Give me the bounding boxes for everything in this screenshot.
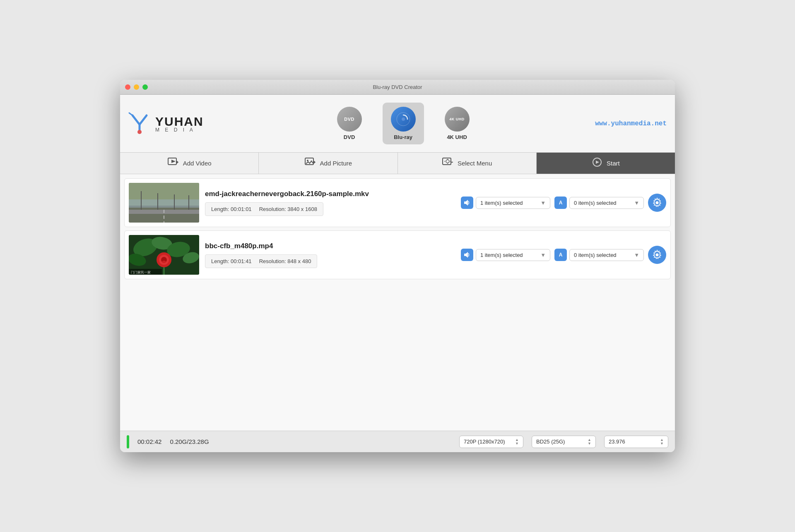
video-resolution-1: Resolution: 3840 x 1608 xyxy=(259,206,317,212)
add-video-label: Add Video xyxy=(183,160,212,167)
website-url: www.yuhanmedia.net xyxy=(595,120,667,127)
maximize-button[interactable] xyxy=(142,84,148,90)
video-name-2: bbc-cfb_m480p.mp4 xyxy=(205,242,455,250)
select-menu-button[interactable]: Select Menu xyxy=(398,153,537,174)
audio-chevron-1: ▼ xyxy=(540,200,546,206)
svg-rect-11 xyxy=(443,158,451,165)
minimize-button[interactable] xyxy=(134,84,139,90)
audio-dropdown-2[interactable]: 1 item(s) selected ▼ xyxy=(476,249,550,261)
titlebar-buttons xyxy=(125,84,148,90)
logo-text: YUHAN M E D I A xyxy=(155,115,204,133)
resolution-value: 720P (1280x720) xyxy=(464,439,505,445)
window-title: Blu-ray DVD Creator xyxy=(373,84,422,90)
video-meta-2: Length: 00:01:41 Resolution: 848 x 480 xyxy=(205,254,317,268)
settings-button-1[interactable] xyxy=(648,194,666,212)
subtitle-icon-2: A xyxy=(554,249,567,261)
4k-icon: 4K UHD xyxy=(445,107,470,132)
content-area: emd-jackreachernevergoback.2160p-sample.… xyxy=(120,174,675,431)
add-picture-button[interactable]: Add Picture xyxy=(259,153,398,174)
svg-point-2 xyxy=(402,117,405,121)
start-icon xyxy=(592,157,602,170)
subtitle-selected-2: 0 item(s) selected xyxy=(574,252,617,258)
svg-marker-25 xyxy=(466,200,468,206)
svg-point-42 xyxy=(656,254,659,256)
bluray-button[interactable]: Blu-ray xyxy=(383,103,424,144)
select-menu-label: Select Menu xyxy=(458,160,492,167)
settings-icon-2 xyxy=(652,249,662,260)
audio-selected-1: 1 item(s) selected xyxy=(480,200,523,206)
subtitle-dropdown-1[interactable]: 0 item(s) selected ▼ xyxy=(569,197,644,209)
video-length-2: Length: 00:01:41 xyxy=(211,258,252,264)
dvd-button[interactable]: DVD DVD xyxy=(329,103,370,144)
settings-icon-1 xyxy=(652,197,662,208)
subtitle-chevron-1: ▼ xyxy=(634,200,639,206)
disc-size-value: BD25 (25G) xyxy=(536,439,565,445)
subtitle-selected-1: 0 item(s) selected xyxy=(574,200,617,206)
framerate-select[interactable]: 23.976 ▲▼ xyxy=(604,436,668,448)
audio-selected-2: 1 item(s) selected xyxy=(480,252,523,258)
audio-select-2: 1 item(s) selected ▼ xyxy=(461,249,550,261)
subtitle-select-2: A 0 item(s) selected ▼ xyxy=(554,249,644,261)
subtitle-chevron-2: ▼ xyxy=(634,252,639,258)
toolbar: Add Video Add Picture xyxy=(120,153,675,174)
dvd-icon: DVD xyxy=(337,107,362,132)
4kuhd-label: 4K UHD xyxy=(447,134,467,140)
add-picture-icon xyxy=(304,156,316,170)
bluray-disc-svg xyxy=(396,112,411,127)
statusbar: 00:02:42 0.20G/23.28G 720P (1280x720) ▲▼… xyxy=(120,431,675,452)
add-picture-label: Add Picture xyxy=(320,160,352,167)
svg-marker-4 xyxy=(171,160,176,163)
logo-yuhan: YUHAN xyxy=(155,115,204,129)
disc-size-select[interactable]: BD25 (25G) ▲▼ xyxy=(532,436,596,448)
svg-rect-24 xyxy=(464,201,466,204)
audio-icon-2 xyxy=(461,249,473,261)
video-info-2: bbc-cfb_m480p.mp4 Length: 00:01:41 Resol… xyxy=(205,242,455,268)
disc-usage: 0.20G/23.28G xyxy=(170,438,209,445)
logo-media: M E D I A xyxy=(155,127,204,133)
video-resolution-2: Resolution: 848 x 480 xyxy=(259,258,311,264)
svg-point-8 xyxy=(307,160,308,161)
resolution-select[interactable]: 720P (1280x720) ▲▼ xyxy=(459,436,523,448)
framerate-chevrons: ▲▼ xyxy=(660,438,664,446)
svg-marker-41 xyxy=(466,252,468,258)
logo: YUHAN M E D I A xyxy=(128,112,211,135)
bluray-icon xyxy=(391,107,416,132)
video-name-1: emd-jackreachernevergoback.2160p-sample.… xyxy=(205,190,455,198)
subtitle-dropdown-2[interactable]: 0 item(s) selected ▼ xyxy=(569,249,644,261)
settings-button-2[interactable] xyxy=(648,246,666,264)
video-controls-2: 1 item(s) selected ▼ A 0 item(s) selecte… xyxy=(461,246,666,264)
video-length-1: Length: 00:01:01 xyxy=(211,206,252,212)
framerate-value: 23.976 xyxy=(609,439,625,445)
yuhan-logo-icon xyxy=(128,112,151,135)
titlebar: Blu-ray DVD Creator xyxy=(120,80,675,95)
video-thumbnail-2: 门门家民一家 xyxy=(129,235,199,275)
audio-chevron-2: ▼ xyxy=(540,252,546,258)
svg-point-26 xyxy=(656,201,659,204)
video-controls-1: 1 item(s) selected ▼ A 0 item(s) selecte… xyxy=(461,194,666,212)
select-menu-icon xyxy=(442,156,453,170)
video-info-1: emd-jackreachernevergoback.2160p-sample.… xyxy=(205,190,455,216)
svg-point-12 xyxy=(446,160,449,163)
start-button[interactable]: Start xyxy=(537,153,675,174)
dvd-label: DVD xyxy=(344,134,355,140)
disc-nav: DVD DVD Blu-ray 4K UHD 4K UHD xyxy=(211,103,595,144)
thumbnail-image-1 xyxy=(129,183,199,223)
video-item: emd-jackreachernevergoback.2160p-sample.… xyxy=(124,178,671,227)
video-item: 门门家民一家 bbc-cfb_m480p.mp4 Length: 00:01:4… xyxy=(124,230,671,279)
svg-point-36 xyxy=(162,261,166,263)
svg-text:门门家民一家: 门门家民一家 xyxy=(131,271,151,274)
subtitle-select-1: A 0 item(s) selected ▼ xyxy=(554,197,644,209)
start-label: Start xyxy=(607,160,620,167)
subtitle-icon-1: A xyxy=(554,197,567,209)
main-window: Blu-ray DVD Creator YUHAN M E D I A DVD … xyxy=(120,80,675,452)
bluray-label: Blu-ray xyxy=(394,134,412,140)
close-button[interactable] xyxy=(125,84,130,90)
svg-point-0 xyxy=(137,130,142,134)
4kuhd-button[interactable]: 4K UHD 4K UHD xyxy=(436,103,478,144)
add-video-button[interactable]: Add Video xyxy=(120,153,259,174)
audio-select-1: 1 item(s) selected ▼ xyxy=(461,197,550,209)
audio-dropdown-1[interactable]: 1 item(s) selected ▼ xyxy=(476,197,550,209)
video-meta-1: Length: 00:01:01 Resolution: 3840 x 1608 xyxy=(205,202,323,216)
audio-icon-1 xyxy=(461,197,473,209)
resolution-chevrons: ▲▼ xyxy=(515,438,519,446)
